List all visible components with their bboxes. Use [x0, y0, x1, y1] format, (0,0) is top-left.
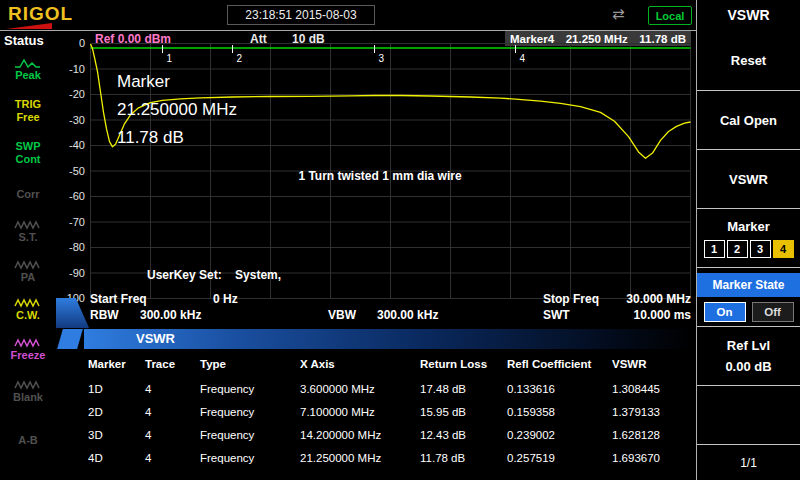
- table-cell: 11.78 dB: [420, 452, 507, 464]
- table-cell: 4: [145, 452, 200, 464]
- logo-swoosh-icon: [6, 23, 56, 30]
- softkey-vswr[interactable]: VSWR: [697, 149, 800, 208]
- svg-text:1: 1: [167, 53, 173, 64]
- y-axis-labels: 0-10-20-30-40-50-60-70-80-90-100: [59, 37, 87, 337]
- marker-select-row: 1 2 3 4: [704, 240, 794, 258]
- status-label: Blank: [0, 391, 56, 404]
- table-cell: 4: [145, 429, 200, 441]
- table-cell: 0.257519: [507, 452, 612, 464]
- status-trigger: TRIG Free: [0, 98, 56, 124]
- softkey-panel: VSWR Reset Cal Open VSWR Marker 1 2 3 4 …: [697, 0, 800, 480]
- table-cell: 3.600000 MHz: [300, 383, 420, 395]
- remote-local-arrows-icon: ⇄: [612, 5, 625, 23]
- status-a-minus-b: A-B: [0, 434, 56, 447]
- svg-text:4: 4: [520, 53, 526, 64]
- status-label: Corr: [0, 188, 56, 201]
- cw-waveform-icon: [14, 298, 42, 308]
- marker-state-off[interactable]: Off: [752, 302, 794, 322]
- marker-4-key[interactable]: 4: [773, 240, 794, 258]
- status-pa: PA: [0, 260, 56, 284]
- softkey-blank[interactable]: [697, 385, 800, 444]
- marker-2-key[interactable]: 2: [727, 240, 748, 258]
- ref-lvl-value: 0.00 dB: [725, 359, 771, 374]
- table-cell: 0.133616: [507, 383, 612, 395]
- softkey-label: Cal Open: [720, 113, 777, 128]
- userkey-status-text: UserKey Set: System,: [147, 268, 281, 282]
- table-cell: 1D: [88, 383, 145, 395]
- softkey-menu-title: VSWR: [697, 0, 800, 30]
- y-axis-label: -50: [59, 165, 87, 177]
- softkey-ref-lvl[interactable]: Ref Lvl 0.00 dB: [697, 326, 800, 385]
- status-corr: Corr: [0, 188, 56, 201]
- marker-3-key[interactable]: 3: [750, 240, 771, 258]
- freeze-waveform-icon: [14, 338, 42, 348]
- start-freq-label: Start Freq: [90, 292, 147, 306]
- table-row: 2D4Frequency7.100000 MHz15.95 dB0.159358…: [88, 400, 692, 423]
- y-axis-label: -80: [59, 241, 87, 253]
- table-cell: 0.239002: [507, 429, 612, 441]
- status-cw: C.W.: [0, 298, 56, 322]
- column-header: Return Loss: [420, 358, 507, 370]
- status-panel: Status Peak TRIG Free SWP Cont Corr S.T.…: [0, 31, 56, 480]
- status-label: Cont: [0, 153, 56, 166]
- table-cell: 1.308445: [612, 383, 692, 395]
- softkey-label: Reset: [731, 53, 766, 68]
- table-cell: 21.250000 MHz: [300, 452, 420, 464]
- vbw-label: VBW: [328, 308, 356, 322]
- softkey-reset[interactable]: Reset: [697, 31, 800, 90]
- rbw-label: RBW: [90, 308, 119, 322]
- marker-state-highlight: Marker State: [697, 273, 800, 297]
- table-title-bar: VSWR: [84, 329, 692, 349]
- status-label: TRIG: [0, 98, 56, 111]
- status-label: S.T.: [0, 231, 56, 244]
- table-row: 4D4Frequency21.250000 MHz11.78 dB0.25751…: [88, 446, 692, 469]
- top-bar: RIGOL 23:18:51 2015-08-03 ⇄ Local: [0, 0, 800, 30]
- table-cell: Frequency: [200, 406, 300, 418]
- table-cell: 17.48 dB: [420, 383, 507, 395]
- stop-freq-label: Stop Freq: [543, 292, 599, 306]
- table-cell: 15.95 dB: [420, 406, 507, 418]
- softkey-cal-open[interactable]: Cal Open: [697, 90, 800, 149]
- table-cell: 14.200000 MHz: [300, 429, 420, 441]
- table-title: VSWR: [136, 331, 175, 346]
- y-axis-label: 0: [59, 37, 87, 49]
- table-cell: 1.379133: [612, 406, 692, 418]
- datetime-display: 23:18:51 2015-08-03: [227, 5, 375, 25]
- y-axis-label: -10: [59, 63, 87, 75]
- table-cell: 3D: [88, 429, 145, 441]
- table-cell: 1.693670: [612, 452, 692, 464]
- status-st: S.T.: [0, 220, 56, 244]
- marker-state-on[interactable]: On: [704, 302, 746, 322]
- softkey-label: Marker: [727, 219, 770, 234]
- st-waveform-icon: [14, 220, 42, 230]
- marker-1-key[interactable]: 1: [704, 240, 725, 258]
- softkey-marker-state[interactable]: Marker State On Off: [697, 267, 800, 326]
- marker-info-amp: 11.78 dB: [117, 124, 237, 152]
- svg-text:2: 2: [237, 53, 243, 64]
- table-row: 3D4Frequency14.200000 MHz12.43 dB0.23900…: [88, 423, 692, 446]
- table-cell: Frequency: [200, 383, 300, 395]
- status-label: A-B: [0, 434, 56, 447]
- softkey-label: VSWR: [729, 172, 768, 187]
- status-label: Free: [0, 111, 56, 124]
- softkey-label: Marker State: [712, 278, 784, 292]
- column-header: VSWR: [612, 358, 692, 370]
- marker-state-toggle: On Off: [704, 302, 794, 322]
- y-axis-label: -60: [59, 190, 87, 202]
- table-cell: 2D: [88, 406, 145, 418]
- softkey-marker[interactable]: Marker 1 2 3 4: [697, 208, 800, 267]
- status-label: SWP: [0, 140, 56, 153]
- table-cell: 12.43 dB: [420, 429, 507, 441]
- table-cell: 4: [145, 383, 200, 395]
- status-peak: Peak: [0, 58, 56, 82]
- user-annotation: 1 Turn twisted 1 mm dia wire: [240, 169, 520, 183]
- marker-info-title: Marker: [117, 68, 237, 96]
- table-cell: 0.159358: [507, 406, 612, 418]
- peak-icon: [14, 58, 42, 68]
- softkey-page-indicator: 1/1: [697, 444, 800, 480]
- column-header: Refl Coefficient: [507, 358, 612, 370]
- table-title-tab: [57, 329, 83, 349]
- table-cell: 1.628128: [612, 429, 692, 441]
- column-header: Marker: [88, 358, 145, 370]
- pa-waveform-icon: [14, 260, 42, 270]
